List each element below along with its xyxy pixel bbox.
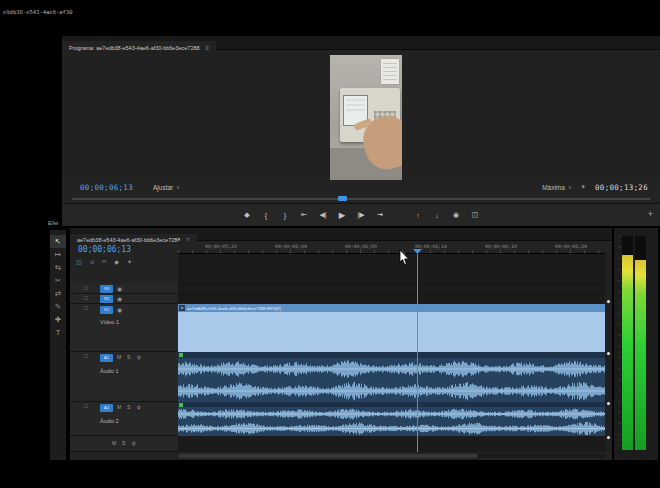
track-target-v1[interactable]: V1 [100,306,113,314]
mute-button[interactable]: M [117,404,121,410]
solo-button[interactable]: S [122,440,125,446]
timeline-toolbar: ◫ ∪ ∞ ◆ ✦ [76,258,132,265]
video-clip-title-bar: fx ae7edb38-e543-4ae6-af30-bb6e3ece7288.… [178,304,605,312]
play-button[interactable]: ▶ [336,210,348,220]
meter-fill-left [622,255,633,450]
waveform-left [178,407,605,421]
lift-button[interactable]: ↑ [412,212,424,219]
settings-wrench-icon[interactable]: ✦ [127,258,132,265]
playback-resolution-label: Máxima [542,184,565,191]
settings-wrench-icon[interactable]: ✦ [581,183,586,191]
preview-sign [381,59,399,84]
program-scrubber[interactable] [72,195,650,202]
scrubber-playhead[interactable] [338,196,347,201]
mouse-cursor [399,250,410,266]
source-monitor-partial-tab[interactable]: e9db38-e543-4ae6-af30 [3,9,73,15]
solo-button[interactable]: S [127,354,130,360]
video-preview [330,55,402,180]
fx-badge-green[interactable] [179,353,183,357]
ripple-edit-tool[interactable]: ⇆ [50,261,66,274]
step-back-button[interactable]: ◀| [317,211,329,219]
effects-panel-tab[interactable]: Efei [48,220,58,226]
eye-icon[interactable]: ◉ [117,295,122,302]
export-frame-button[interactable]: ◉ [450,211,462,219]
track-target-a2[interactable]: A2 [100,404,113,412]
timeline-horizontal-scrollbar[interactable] [178,454,605,458]
ruler-ticks [178,250,605,253]
transport-controls: ◆ { } ⇤ ◀| ▶ |▶ ⇥ ↑ ↓ ◉ ◫ + [62,203,660,226]
track-resize-handle[interactable] [607,402,610,405]
fit-dropdown[interactable]: Ajustar ∨ [153,184,180,191]
eye-icon[interactable]: ◉ [117,285,122,292]
ruler-label: 00;00;06;04 [275,244,307,249]
timeline-ruler[interactable]: 00;00;05;29 00;00;06;04 00;00;06;09 00;0… [178,241,605,254]
track-target-v3[interactable]: V3 [100,285,113,293]
track-name-audio1: Áudio 1 [100,368,119,374]
lock-icon[interactable]: □ [84,353,88,359]
go-to-in-button[interactable]: ⇤ [298,211,310,219]
mark-in-button[interactable]: { [260,212,272,219]
playback-resolution-dropdown[interactable]: Máxima ∨ [542,184,571,191]
mark-out-button[interactable]: } [279,212,291,219]
add-marker-button[interactable]: ◆ [241,211,253,219]
audio-clip-a2[interactable] [178,402,605,436]
razor-tool[interactable]: ✂ [50,274,66,287]
solo-button[interactable]: S [127,404,130,410]
track-header-a1: □ A1 M S ψ Áudio 1 [70,352,178,402]
type-tool[interactable]: T [50,326,66,339]
track-resize-handle[interactable] [607,352,610,355]
add-marker-icon[interactable]: ◆ [114,258,119,265]
track-select-tool[interactable]: ↦ [50,248,66,261]
lock-icon[interactable]: □ [84,305,88,311]
ruler-label: 00;00;05;29 [205,244,237,249]
chevron-down-icon: ∨ [176,184,180,190]
timeline-current-timecode[interactable]: 00;00;06;13 [78,245,131,254]
program-viewer [62,51,660,180]
video-clip[interactable]: fx ae7edb38-e543-4ae6-af30-bb6e3ece7288.… [178,304,605,352]
mic-icon[interactable]: ψ [132,440,136,446]
mute-button[interactable]: M [112,440,116,446]
timeline-track-area[interactable]: fx ae7edb38-e543-4ae6-af30-bb6e3ece7288.… [178,254,605,452]
mic-icon[interactable]: ψ [137,404,141,410]
hand-tool[interactable]: ✚ [50,313,66,326]
scrollbar-handle[interactable] [178,454,478,458]
chevron-down-icon: ∨ [568,184,572,190]
pen-tool[interactable]: ✎ [50,300,66,313]
linked-selection-icon[interactable]: ∞ [102,258,106,265]
timeline-panel: ae7edb38-e543-4ae6-af30-bb6e3ece7288 ≡ 0… [70,228,612,460]
track-target-a1[interactable]: A1 [100,354,113,362]
fx-badge[interactable]: fx [179,305,185,311]
program-current-timecode[interactable]: 00;00;06;13 [80,183,133,192]
ruler-label: 00;00;06;09 [345,244,377,249]
playhead[interactable] [417,254,418,452]
mute-button[interactable]: M [117,354,121,360]
track-resize-handle[interactable] [607,436,610,439]
track-header-v3: □ V3 ◉ [70,284,178,294]
nest-toggle-icon[interactable]: ◫ [76,258,82,265]
snap-icon[interactable]: ∪ [90,258,94,265]
lock-icon[interactable]: □ [84,285,88,291]
track-resize-handle[interactable] [607,300,610,303]
program-duration-timecode: 00;00;13;26 [595,183,648,192]
waveform-right [178,421,605,436]
comparison-view-button[interactable]: ◫ [469,211,481,219]
program-tab-bar: Programa: ae7edb38-e543-4ae6-af30-bb6e3e… [62,36,660,50]
step-forward-button[interactable]: |▶ [355,211,367,219]
slip-tool[interactable]: ⇄ [50,287,66,300]
track-target-v2[interactable]: V2 [100,295,113,303]
meter-bar-right [635,236,646,450]
mic-icon[interactable]: ψ [137,354,141,360]
selection-tool[interactable]: ↖ [50,235,66,248]
lock-icon[interactable]: □ [84,403,88,409]
ruler-label: 00;00;06;14 [415,244,447,249]
go-to-out-button[interactable]: ⇥ [374,211,386,219]
scrubber-track [72,198,650,200]
extract-button[interactable]: ↓ [431,212,443,219]
program-monitor-panel: Programa: ae7edb38-e543-4ae6-af30-bb6e3e… [62,36,660,226]
audio-clip-a1[interactable] [178,352,605,402]
button-editor-plus[interactable]: + [648,209,653,219]
track-header-v2: □ V2 ◉ [70,294,178,304]
meter-scale-ticks [618,236,620,450]
lock-icon[interactable]: □ [84,295,88,301]
eye-icon[interactable]: ◉ [117,306,122,313]
